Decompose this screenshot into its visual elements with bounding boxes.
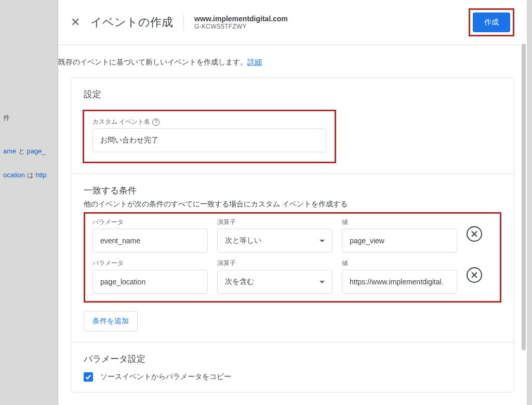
value-input[interactable]	[342, 229, 457, 253]
operator-label: 演算子	[217, 218, 332, 227]
property-id: G-KCWS5TFZWY	[194, 23, 288, 30]
highlight-frame: 作成	[469, 8, 514, 36]
highlight-frame: パラメータ 演算子 次と等しい 値	[84, 212, 501, 303]
details-link[interactable]: 詳細	[247, 58, 262, 66]
copy-params-checkbox[interactable]	[84, 372, 93, 382]
value-input[interactable]	[342, 270, 457, 294]
close-icon[interactable]: ✕	[71, 17, 80, 28]
close-icon	[471, 231, 477, 237]
condition-row: パラメータ 演算子 次と等しい 値	[92, 218, 493, 253]
property-name: www.implementdigital.com	[194, 15, 288, 23]
remove-condition-button[interactable]	[467, 226, 482, 242]
add-condition-button[interactable]: 条件を追加	[84, 311, 138, 332]
close-icon	[471, 272, 477, 278]
param-label: パラメータ	[92, 259, 208, 268]
custom-event-label: カスタム イベント名 ?	[92, 117, 326, 126]
copy-params-row: ソースイベントからパラメータをコピー	[84, 372, 501, 382]
remove-condition-button[interactable]	[467, 267, 482, 283]
property-info: www.implementdigital.com G-KCWS5TFZWY	[194, 15, 288, 30]
settings-title: 設定	[84, 88, 501, 100]
intro-text: 既存のイベントに基づいて新しいイベントを作成します。詳細	[58, 45, 527, 77]
scrollbar-thumb[interactable]	[522, 44, 526, 350]
parameter-input[interactable]	[92, 270, 208, 294]
parameter-input[interactable]	[92, 229, 208, 253]
conditions-title: 一致する条件	[84, 185, 501, 197]
help-icon[interactable]: ?	[152, 119, 159, 126]
chevron-down-icon	[320, 240, 325, 242]
check-icon	[85, 373, 92, 381]
create-event-modal: ✕ イベントの作成 www.implementdigital.com G-KCW…	[58, 0, 527, 405]
operator-select[interactable]: 次を含む	[217, 270, 332, 294]
value-label: 値	[342, 218, 457, 227]
chevron-down-icon	[320, 281, 325, 283]
copy-params-label: ソースイベントからパラメータをコピー	[100, 372, 231, 382]
settings-card: 設定 カスタム イベント名 ? 一致する条件 他のイベントが次の条件のすべてに一…	[71, 77, 514, 393]
condition-row: パラメータ 演算子 次を含む 値	[92, 259, 493, 294]
operator-label: 演算子	[217, 259, 332, 268]
modal-title: イベントの作成	[90, 15, 173, 30]
conditions-desc: 他のイベントが次の条件のすべてに一致する場合にカスタム イベントを作成する	[84, 200, 501, 209]
modal-body: 既存のイベントに基づいて新しいイベントを作成します。詳細 設定 カスタム イベン…	[58, 45, 527, 405]
param-settings-title: パラメータ設定	[84, 353, 501, 365]
create-button[interactable]: 作成	[473, 12, 510, 32]
highlight-frame: カスタム イベント名 ?	[83, 110, 336, 163]
divider	[183, 14, 184, 31]
custom-event-name-input[interactable]	[92, 128, 326, 152]
param-label: パラメータ	[92, 218, 208, 227]
scrollbar[interactable]	[522, 0, 526, 405]
value-label: 値	[342, 259, 457, 268]
modal-header: ✕ イベントの作成 www.implementdigital.com G-KCW…	[58, 0, 527, 45]
operator-select[interactable]: 次と等しい	[217, 229, 332, 253]
